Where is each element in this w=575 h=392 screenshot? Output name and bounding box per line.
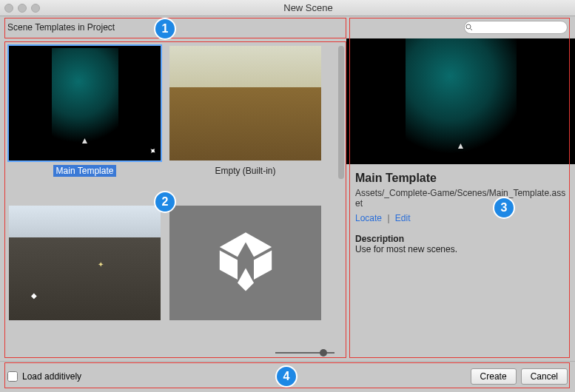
details-path: Assets/_Complete-Game/Scenes/Main_Templa…: [355, 188, 566, 209]
ship-icon: ▲: [457, 141, 465, 151]
minimize-icon[interactable]: [18, 4, 27, 13]
preview-thumbnail: ▲: [346, 38, 575, 164]
close-icon[interactable]: [4, 4, 13, 13]
callout-2: 2: [154, 191, 176, 213]
search-input[interactable]: [464, 21, 568, 34]
search-icon: [464, 22, 474, 33]
load-additively-input[interactable]: [7, 371, 18, 382]
window-controls[interactable]: [4, 4, 40, 13]
grid-scrollbar[interactable]: [337, 46, 345, 339]
svg-marker-6: [238, 268, 254, 291]
thumbnail-zoom-slider[interactable]: [275, 349, 334, 356]
load-additively-label: Load additively: [22, 371, 81, 382]
zoom-icon[interactable]: [31, 4, 40, 13]
callout-1: 1: [154, 18, 176, 40]
separator: |: [387, 213, 389, 223]
template-label: Main Template: [53, 165, 117, 177]
svg-point-0: [466, 24, 471, 29]
template-tile-4[interactable]: [169, 206, 321, 340]
unity-logo-icon: [205, 223, 286, 304]
load-additively-checkbox[interactable]: Load additively: [7, 371, 81, 382]
description-heading: Description: [355, 234, 566, 244]
header-bar: Scene Templates in Project: [0, 16, 575, 38]
create-button[interactable]: Create: [471, 368, 517, 385]
details-panel: ▲ Main Template Assets/_Complete-Game/Sc…: [346, 38, 575, 361]
template-tile-empty[interactable]: Empty (Built-in): [169, 46, 321, 197]
svg-line-1: [471, 29, 473, 31]
template-tile-3[interactable]: ◆✦: [9, 206, 161, 340]
callout-3: 3: [493, 197, 515, 219]
header-label: Scene Templates in Project: [7, 22, 115, 33]
callout-4: 4: [275, 365, 297, 388]
locate-link[interactable]: Locate: [355, 213, 382, 223]
svg-marker-3: [219, 232, 271, 257]
details-title: Main Template: [355, 172, 566, 185]
cancel-button[interactable]: Cancel: [521, 368, 568, 385]
window-title: New Scene: [46, 2, 571, 13]
edit-link[interactable]: Edit: [395, 213, 411, 223]
template-tile-main[interactable]: ▲ ✦ Main Template: [9, 46, 161, 197]
template-label: Empty (Built-in): [212, 165, 278, 177]
ship-icon: ▲: [81, 135, 90, 146]
search-wrap: [461, 21, 568, 34]
description-text: Use for most new scenes.: [355, 244, 566, 254]
titlebar: New Scene: [0, 0, 575, 16]
